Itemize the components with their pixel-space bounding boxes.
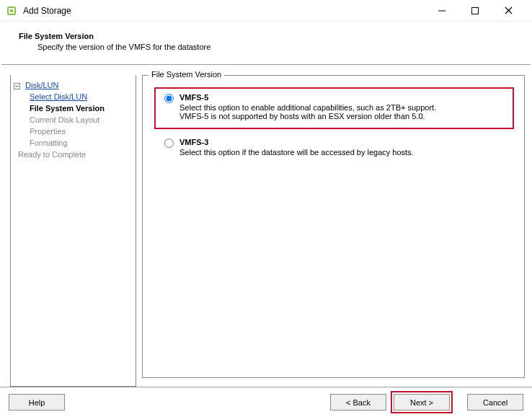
wizard-header: File System Version Specify the version … [0, 22, 532, 58]
radio-vmfs5-content: VMFS-5 Select this option to enable addi… [179, 93, 436, 120]
vmfs5-highlight: VMFS-5 Select this option to enable addi… [154, 87, 514, 129]
maximize-button[interactable] [464, 2, 486, 19]
radio-vmfs5-desc1: Select this option to enable additional … [179, 103, 436, 112]
minimize-button[interactable] [431, 2, 453, 19]
svg-rect-2 [10, 9, 13, 12]
sidebar-root-label[interactable]: Disk/LUN [25, 81, 58, 89]
window-title: Add Storage [23, 6, 431, 16]
radio-vmfs5[interactable] [164, 94, 174, 103]
wizard-body: − Disk/LUN Select Disk/LUN File System V… [0, 71, 532, 387]
sidebar-item-label: File System Version [30, 104, 105, 113]
sidebar-root[interactable]: − Disk/LUN [14, 79, 133, 91]
header-separator [1, 64, 531, 65]
groupbox-label: File System Version [148, 70, 224, 79]
sidebar-item-label[interactable]: Select Disk/LUN [30, 92, 87, 101]
sidebar-item-select-disk[interactable]: Select Disk/LUN [14, 91, 133, 102]
back-button[interactable]: < Back [330, 394, 386, 411]
sidebar-item-properties: Properties [14, 126, 133, 137]
app-icon [6, 5, 17, 17]
radio-vmfs5-row[interactable]: VMFS-5 Select this option to enable addi… [156, 89, 513, 125]
collapse-icon[interactable]: − [14, 83, 20, 89]
sidebar-item-label: Current Disk Layout [30, 115, 99, 124]
next-button[interactable]: Next > [394, 394, 450, 411]
cancel-wrap: Cancel [463, 394, 523, 411]
sidebar-item-file-system-version[interactable]: File System Version [14, 102, 133, 114]
next-highlight: Next > [391, 391, 453, 413]
svg-rect-4 [472, 7, 479, 14]
radio-vmfs3-content: VMFS-3 Select this option if the datasto… [179, 138, 414, 157]
radio-vmfs3-label: VMFS-3 [179, 138, 414, 148]
page-subtitle: Specify the version of the VMFS for the … [19, 43, 520, 51]
wizard-footer: Help < Back Next > Cancel [0, 387, 532, 417]
sidebar-item-ready: Ready to Complete [14, 149, 133, 160]
sidebar-item-formatting: Formatting [14, 137, 133, 149]
radio-vmfs3-row[interactable]: VMFS-3 Select this option if the datasto… [150, 133, 517, 161]
cancel-button[interactable]: Cancel [467, 394, 523, 411]
sidebar-item-label: Formatting [30, 139, 68, 147]
page-title: File System Version [19, 32, 520, 40]
radio-vmfs5-label: VMFS-5 [179, 93, 436, 103]
file-system-version-group: File System Version VMFS-5 Select this o… [142, 75, 525, 378]
sidebar-item-current-disk-layout: Current Disk Layout [14, 114, 133, 126]
main-panel: File System Version VMFS-5 Select this o… [142, 75, 525, 387]
close-button[interactable] [497, 2, 519, 19]
sidebar-item-label: Ready to Complete [18, 150, 86, 159]
radio-vmfs5-desc2: VMFS-5 is not supported by hosts with an… [179, 112, 436, 120]
title-bar: Add Storage [0, 0, 532, 22]
radio-vmfs3[interactable] [164, 139, 174, 148]
sidebar-item-label: Properties [30, 127, 66, 136]
help-button[interactable]: Help [9, 394, 65, 411]
window-controls [431, 2, 526, 19]
radio-vmfs3-desc: Select this option if the datastore will… [179, 148, 414, 157]
wizard-sidebar: − Disk/LUN Select Disk/LUN File System V… [10, 75, 136, 387]
